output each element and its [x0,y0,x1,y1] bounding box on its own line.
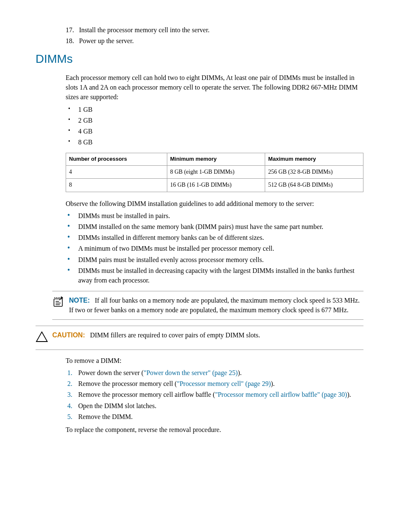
list-item: 17. Install the processor memory cell in… [66,25,363,35]
bullet-text: DIMM installed on the same memory bank (… [78,222,323,231]
table-header: Maximum memory [265,153,363,166]
bullet-text: 4 GB [78,126,92,136]
caution-label: CAUTION: [52,332,85,339]
intro-paragraph: Each processor memory cell can hold two … [66,73,363,102]
step-text: Power up the server. [79,36,134,46]
note-text: If all four banks on a memory node are p… [69,297,360,314]
list-item: •DIMM pairs must be installed evenly acr… [66,255,363,265]
caution-text: DIMM fillers are required to cover pairs… [90,332,260,339]
list-item: •4 GB [66,126,363,136]
table-row: 8 16 GB (16 1-GB DIMMs) 512 GB (64 8-GB … [66,179,363,192]
bullet-text: A minimum of two DIMMs must be installed… [78,244,274,253]
caution-callout: CAUTION:DIMM fillers are required to cov… [36,326,363,350]
caution-icon [36,330,52,345]
list-item: •1 GB [66,105,363,114]
list-item: •DIMMs must be installed in decreasing c… [66,266,363,285]
bullet-icon: • [66,211,78,221]
step-text: Remove the processor memory cell airflow… [78,390,351,399]
table-row: 4 8 GB (eight 1-GB DIMMs) 256 GB (32 8-G… [66,166,363,179]
table-cell: 512 GB (64 8-GB DIMMs) [265,179,363,192]
list-item: •DIMM installed on the same memory bank … [66,222,363,231]
bullet-icon: • [66,233,78,242]
remove-numbered-list: 1. Power down the server ("Power down th… [66,368,363,421]
list-item: 4. Open the DIMM slot latches. [66,401,363,411]
note-content: NOTE:If all four banks on a memory node … [69,296,363,315]
step-number: 3. [66,390,78,399]
bullet-text: DIMM pairs must be installed evenly acro… [78,255,263,265]
size-bullet-list: •1 GB •2 GB •4 GB •8 GB [66,105,363,147]
table-header-row: Number of processors Minimum memory Maxi… [66,153,363,166]
bullet-icon: • [66,244,78,253]
list-item: •DIMMs must be installed in pairs. [66,211,363,221]
bullet-icon: • [66,222,78,231]
cross-reference-link[interactable]: "Processor memory cell airflow baffle" (… [215,391,347,398]
list-item: 3. Remove the processor memory cell airf… [66,390,363,399]
table-cell: 256 GB (32 8-GB DIMMs) [265,166,363,179]
step-number: 4. [66,401,78,411]
table-header: Number of processors [66,153,167,166]
replace-text: To replace the component, reverse the re… [66,425,363,434]
intro-numbered-list: 17. Install the processor memory cell in… [66,25,363,46]
step-number: 5. [66,412,78,421]
step-number: 18. [66,36,79,46]
step-text: Open the DIMM slot latches. [78,401,156,411]
caution-content: CAUTION:DIMM fillers are required to cov… [52,330,363,345]
note-callout: NOTE:If all four banks on a memory node … [52,291,363,319]
list-item: •A minimum of two DIMMs must be installe… [66,244,363,253]
bullet-text: DIMMs installed in different memory bank… [78,233,264,242]
guideline-bullet-list: •DIMMs must be installed in pairs. •DIMM… [66,211,363,285]
bullet-icon: • [66,105,78,114]
list-item: •8 GB [66,137,363,147]
intro-steps-block: 17. Install the processor memory cell in… [66,25,363,46]
step-number: 1. [66,368,78,378]
bullet-icon: • [66,126,78,136]
step-text: Remove the processor memory cell ("Proce… [78,379,275,388]
bullet-icon: • [66,137,78,147]
bullet-icon: • [66,116,78,125]
list-item: •DIMMs installed in different memory ban… [66,233,363,242]
note-icon [52,296,69,315]
table-cell: 8 GB (eight 1-GB DIMMs) [167,166,265,179]
bullet-text: DIMMs must be installed in pairs. [78,211,170,221]
remove-block: To remove a DIMM: 1. Power down the serv… [66,356,363,434]
list-item: 5. Remove the DIMM. [66,412,363,421]
step-text: Install the processor memory cell into t… [79,25,210,35]
list-item: •2 GB [66,116,363,125]
table-cell: 8 [66,179,167,192]
bullet-icon: • [66,255,78,265]
guidelines-intro: Observe the following DIMM installation … [66,199,363,208]
list-item: 18. Power up the server. [66,36,363,46]
bullet-text: 8 GB [78,137,92,147]
note-label: NOTE: [69,297,90,304]
table-cell: 4 [66,166,167,179]
svg-rect-0 [54,299,62,306]
step-text: Power down the server ("Power down the s… [78,368,242,378]
list-item: 2. Remove the processor memory cell ("Pr… [66,379,363,388]
bullet-text: 2 GB [78,116,92,125]
table-cell: 16 GB (16 1-GB DIMMs) [167,179,265,192]
bullet-icon: • [66,266,78,285]
intro-block: Each processor memory cell can hold two … [66,73,363,285]
step-text: Remove the DIMM. [78,412,133,421]
step-number: 17. [66,25,79,35]
cross-reference-link[interactable]: "Processor memory cell" (page 29) [177,380,271,387]
remove-intro: To remove a DIMM: [66,356,363,365]
bullet-text: DIMMs must be installed in decreasing ca… [78,266,363,285]
memory-table: Number of processors Minimum memory Maxi… [66,153,363,192]
section-heading: DIMMs [36,51,363,68]
cross-reference-link[interactable]: "Power down the server" (page 25) [143,369,238,376]
step-number: 2. [66,379,78,388]
list-item: 1. Power down the server ("Power down th… [66,368,363,378]
bullet-text: 1 GB [78,105,92,114]
table-header: Minimum memory [167,153,265,166]
